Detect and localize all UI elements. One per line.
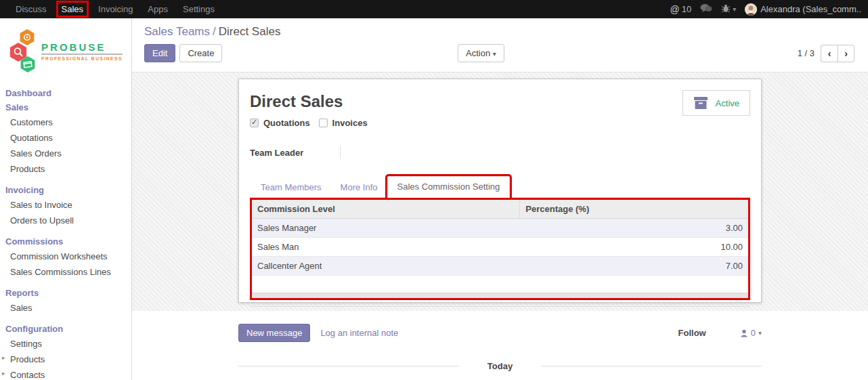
sidebar: PROBUSE PROFESSIONAL BUSINESS Dashboard …	[0, 18, 132, 380]
followers-button[interactable]: 0 ▾	[740, 328, 762, 338]
breadcrumb-current: Direct Sales	[219, 25, 281, 38]
tab-team-members[interactable]: Team Members	[251, 177, 331, 198]
nav-item-invoicing[interactable]: Invoicing	[91, 0, 140, 18]
bug-icon	[721, 4, 731, 15]
sidebar-header-configuration[interactable]: Configuration	[0, 322, 131, 336]
user-name: Alexandra (Sales_comm..	[760, 4, 861, 14]
cell-percentage[interactable]: 7.00	[520, 257, 748, 276]
column-header-commission-level[interactable]: Commission Level	[252, 200, 520, 219]
debug-menu-button[interactable]: ▾	[721, 4, 736, 15]
user-icon	[740, 329, 748, 337]
nav-item-discuss[interactable]: Discuss	[8, 0, 54, 18]
top-nav-menus: Discuss Sales Invoicing Apps Settings	[0, 0, 222, 18]
edit-button[interactable]: Edit	[144, 44, 175, 62]
nav-item-settings[interactable]: Settings	[175, 0, 222, 18]
annotation-box-table: Commission Level Percentage (%) Sales Ma…	[250, 198, 750, 300]
column-header-percentage[interactable]: Percentage (%)	[520, 200, 748, 219]
table-row[interactable]: Sales Man 10.00	[252, 238, 748, 257]
chevron-down-icon: ▾	[758, 329, 762, 337]
create-button[interactable]: Create	[179, 44, 222, 62]
pager-buttons: ‹ ›	[821, 45, 854, 62]
active-label: Active	[716, 98, 739, 108]
empty-cell	[520, 276, 748, 293]
sidebar-header-reports[interactable]: Reports	[0, 286, 131, 300]
mentions-button[interactable]: @ 10	[670, 4, 691, 15]
sidebar-item-sales-orders[interactable]: Sales Orders	[0, 146, 131, 161]
cell-commission-level[interactable]: Callcenter Agent	[252, 257, 520, 276]
invoices-checkbox[interactable]	[319, 119, 328, 127]
chevron-left-icon: ‹	[828, 48, 831, 59]
sidebar-item-commission-worksheets[interactable]: Commission Worksheets	[0, 249, 131, 264]
action-dropdown: Action ▾	[458, 44, 504, 62]
nav-item-sales[interactable]: Sales	[56, 1, 89, 18]
record-title: Direct Sales	[250, 92, 750, 111]
sidebar-item-label: Contacts	[10, 370, 45, 380]
control-panel: Sales Teams/Direct Sales Edit Create Act…	[132, 18, 868, 72]
quotations-checkbox[interactable]	[250, 119, 259, 127]
sidebar-item-orders-to-upsell[interactable]: Orders to Upsell	[0, 213, 131, 228]
tab-sales-commission-setting[interactable]: Sales Commission Setting	[387, 176, 511, 198]
sidebar-item-dashboard[interactable]: Dashboard	[0, 86, 131, 100]
sheet-divider	[250, 306, 750, 307]
table-row[interactable]: Sales Manager 3.00	[252, 219, 748, 238]
sidebar-item-settings[interactable]: Settings	[0, 336, 131, 352]
table-header-row: Commission Level Percentage (%)	[252, 200, 748, 219]
sidebar-item-reports-sales[interactable]: Sales	[0, 300, 131, 316]
sidebar-item-customers[interactable]: Customers	[0, 114, 131, 130]
mention-icon: @	[670, 4, 679, 15]
sidebar-item-sales-to-invoice[interactable]: Sales to Invoice	[0, 197, 131, 213]
new-message-button[interactable]: New message	[238, 324, 310, 342]
table-footer-strip	[252, 293, 748, 298]
action-button[interactable]: Action ▾	[458, 44, 504, 62]
top-navbar: Discuss Sales Invoicing Apps Settings @ …	[0, 0, 868, 18]
main-area: Sales Teams/Direct Sales Edit Create Act…	[132, 18, 868, 380]
logo-title: PROBUSE	[41, 41, 123, 55]
nav-item-apps[interactable]: Apps	[140, 0, 175, 18]
chat-icon[interactable]	[700, 3, 712, 15]
breadcrumb-link-sales-teams[interactable]: Sales Teams	[144, 25, 210, 38]
mention-count: 10	[682, 4, 691, 14]
action-label: Action	[466, 48, 490, 58]
probuse-logo-hexagons	[9, 26, 39, 75]
table-empty-row	[252, 276, 748, 293]
tab-more-info[interactable]: More Info	[331, 177, 387, 198]
cell-commission-level[interactable]: Sales Manager	[252, 219, 520, 238]
today-label: Today	[459, 361, 541, 371]
sidebar-item-label: Products	[10, 354, 45, 364]
user-menu[interactable]: Alexandra (Sales_comm..	[745, 3, 861, 16]
sidebar-header-commissions[interactable]: Commissions	[0, 234, 131, 249]
pager-value[interactable]: 1 / 3	[798, 48, 815, 58]
active-toggle-button[interactable]: Active	[682, 90, 750, 116]
chatter-inner: New message Log an internal note Follow …	[238, 324, 762, 371]
quotations-label: Quotations	[263, 118, 310, 128]
pager: 1 / 3 ‹ ›	[798, 45, 854, 62]
table-row[interactable]: Callcenter Agent 7.00	[252, 257, 748, 276]
breadcrumb-separator: /	[210, 25, 219, 38]
sidebar-header-invoicing[interactable]: Invoicing	[0, 183, 131, 197]
team-leader-label: Team Leader	[250, 148, 340, 158]
cell-commission-level[interactable]: Sales Man	[252, 238, 520, 257]
top-nav-right: @ 10 ▾ Alexandra (Sales_comm..	[670, 3, 868, 16]
chatter-toolbar: New message Log an internal note Follow …	[238, 324, 762, 342]
sidebar-item-products[interactable]: Products	[0, 161, 131, 177]
cell-percentage[interactable]: 10.00	[520, 238, 748, 257]
invoices-label: Invoices	[332, 118, 368, 128]
sidebar-item-config-products[interactable]: ▸Products	[0, 352, 131, 367]
follow-button[interactable]: Follow	[678, 328, 706, 338]
pager-previous-button[interactable]: ‹	[821, 45, 838, 62]
app-container: PROBUSE PROFESSIONAL BUSINESS Dashboard …	[0, 18, 868, 380]
form-sheet: Direct Sales Quotations Invoices Active …	[238, 79, 762, 303]
sidebar-item-sales-commissions-lines[interactable]: Sales Commissions Lines	[0, 264, 131, 280]
sidebar-item-quotations[interactable]: Quotations	[0, 130, 131, 146]
pager-next-button[interactable]: ›	[838, 45, 854, 62]
sidebar-header-sales[interactable]: Sales	[0, 100, 131, 114]
today-divider: Today	[238, 361, 762, 371]
archive-icon	[693, 96, 708, 110]
team-leader-row: Team Leader	[250, 146, 750, 159]
probuse-logo: PROBUSE PROFESSIONAL BUSINESS	[0, 26, 131, 75]
log-internal-note-button[interactable]: Log an internal note	[320, 328, 398, 338]
chevron-down-icon: ▾	[493, 50, 496, 58]
sidebar-item-contacts[interactable]: ▸Contacts	[0, 367, 131, 380]
logo-subtitle: PROFESSIONAL BUSINESS	[41, 56, 123, 61]
cell-percentage[interactable]: 3.00	[520, 219, 748, 238]
